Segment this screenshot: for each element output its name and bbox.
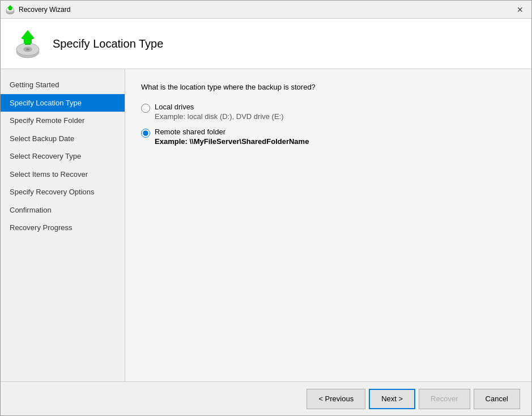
- remote-folder-content: Remote shared folder Example: \\MyFileSe…: [155, 128, 309, 146]
- app-icon: [5, 5, 15, 15]
- question-text: What is the location type where the back…: [141, 83, 516, 91]
- sidebar-item-specify-location-type[interactable]: Specify Location Type: [1, 94, 125, 112]
- sidebar-item-recovery-progress[interactable]: Recovery Progress: [1, 219, 125, 237]
- header-area: Specify Location Type: [1, 19, 531, 69]
- local-drives-content: Local drives Example: local disk (D:), D…: [155, 103, 284, 121]
- svg-marker-10: [21, 30, 35, 44]
- cancel-button[interactable]: Cancel: [474, 389, 520, 409]
- remote-folder-label[interactable]: Remote shared folder: [155, 128, 309, 136]
- next-button[interactable]: Next >: [369, 389, 415, 409]
- header-icon: [12, 28, 44, 60]
- sidebar-item-specify-remote-folder[interactable]: Specify Remote Folder: [1, 112, 125, 130]
- option-local-drives-row: Local drives Example: local disk (D:), D…: [141, 103, 516, 121]
- title-bar-text: Recovery Wizard: [19, 6, 513, 14]
- sidebar-item-confirmation[interactable]: Confirmation: [1, 201, 125, 219]
- remote-folder-example: Example: \\MyFileServer\SharedFolderName: [155, 137, 309, 146]
- recover-button[interactable]: Recover: [419, 389, 470, 409]
- sidebar-item-select-items-to-recover[interactable]: Select Items to Recover: [1, 165, 125, 184]
- local-drives-label[interactable]: Local drives: [155, 103, 284, 111]
- recovery-wizard-window: Recovery Wizard ✕ Specify Location Type …: [0, 0, 532, 416]
- local-drives-example: Example: local disk (D:), DVD drive (E:): [155, 112, 284, 121]
- sidebar-item-select-recovery-type[interactable]: Select Recovery Type: [1, 147, 125, 165]
- option-remote-folder-row: Remote shared folder Example: \\MyFileSe…: [141, 128, 516, 146]
- remote-folder-radio[interactable]: [141, 129, 150, 138]
- previous-button[interactable]: < Previous: [307, 389, 365, 409]
- footer: < Previous Next > Recover Cancel: [1, 381, 531, 415]
- header-title: Specify Location Type: [53, 37, 163, 50]
- sidebar-item-specify-recovery-options[interactable]: Specify Recovery Options: [1, 183, 125, 201]
- sidebar-item-select-backup-date[interactable]: Select Backup Date: [1, 130, 125, 148]
- sidebar: Getting Started Specify Location Type Sp…: [1, 69, 125, 381]
- main-content: What is the location type where the back…: [125, 69, 531, 381]
- title-bar: Recovery Wizard ✕: [1, 1, 531, 19]
- sidebar-item-getting-started[interactable]: Getting Started: [1, 76, 125, 94]
- close-button[interactable]: ✕: [513, 3, 527, 16]
- content-area: Getting Started Specify Location Type Sp…: [1, 69, 531, 381]
- svg-point-8: [26, 48, 29, 50]
- local-drives-radio[interactable]: [141, 104, 150, 113]
